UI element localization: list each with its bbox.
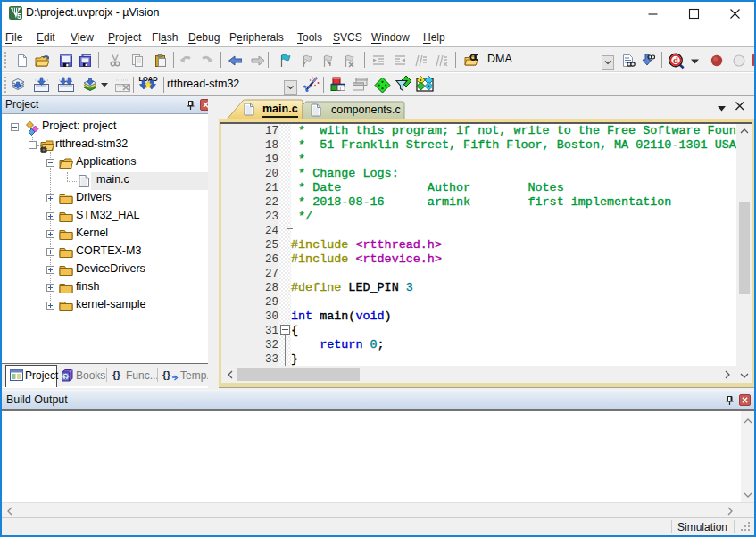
svg-text:d: d: [673, 55, 678, 65]
svg-text:5: 5: [17, 12, 21, 20]
svg-text:?: ?: [63, 373, 68, 381]
